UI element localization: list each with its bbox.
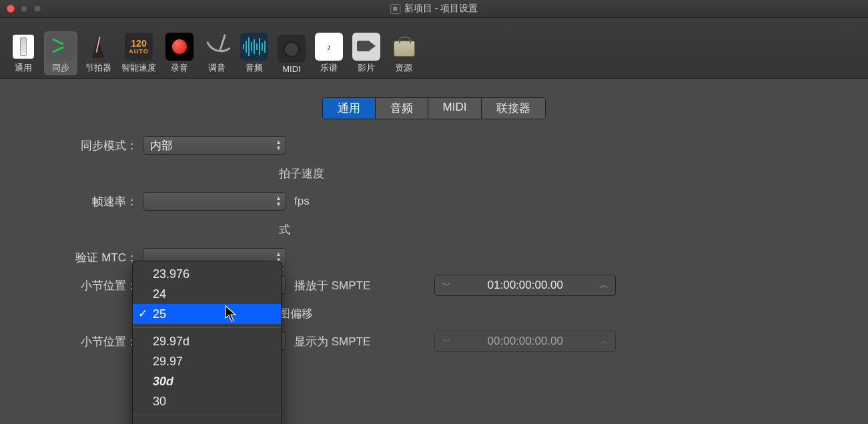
smpte-time-field[interactable]: ﹀ 01:00:00:00.00 ︿ [434,275,616,296]
chevron-down-icon[interactable]: ﹀ [435,279,458,291]
toolbar-midi[interactable]: MIDI [275,33,308,75]
sync-mode-select[interactable]: 内部 ▲▼ [143,136,286,155]
format-text: 式 [279,222,290,237]
window-title-text: 新项目 - 项目设置 [404,3,478,15]
toolbar-general[interactable]: 通用 [7,31,40,75]
label-validate-mtc: 验证 MTC： [0,250,143,265]
switch-icon [9,33,37,61]
close-window-button[interactable] [7,5,15,13]
frame-rate-menu[interactable]: 23.97624✓2529.97d29.9730d305059.94d59.94… [132,261,282,424]
tempo-auto: AUTO [129,49,148,55]
toolbar-audio[interactable]: 音频 [238,31,271,75]
toolbar-sync[interactable]: 同步 [44,31,77,75]
record-icon [165,33,193,61]
toolbar-recording[interactable]: 录音 [163,31,196,75]
sync-mode-value: 内部 [150,138,173,153]
toolbar-midi-label: MIDI [282,64,300,74]
midi-icon [278,35,306,63]
chevron-down-icon[interactable]: ﹀ [435,335,458,347]
auto-tempo-text: 拍子速度 [279,166,324,181]
metronome-icon [84,33,112,61]
fps-unit: fps [294,195,310,208]
frame-rate-option-label: 29.97d [153,335,189,348]
toolbar-sync-label: 同步 [52,62,69,74]
frame-rate-option-label: 24 [153,287,166,301]
score-icon: ♪ [315,33,343,61]
toolbar-recording-label: 录音 [171,62,188,74]
chevron-up-icon[interactable]: ︿ [592,279,615,291]
window-title: 新项目 - 项目设置 [390,3,478,15]
toolbar-audio-label: 音频 [246,62,263,74]
minimize-window-button[interactable] [20,5,28,13]
frame-rate-option[interactable]: 30 [133,391,281,411]
plays-at-smpte-label: 播放于 SMPTE [294,278,370,293]
check-icon: ✓ [138,306,147,322]
content-area: 通用 音频 MIDI 联接器 同步模式： 内部 ▲▼ 拍子速度 帧速率： ▲▼ … [0,97,868,353]
toolbar-smart-tempo-label: 智能速度 [121,62,156,74]
toolbar-movie-label: 影片 [358,62,375,74]
toolbar-metronome[interactable]: 节拍器 [81,31,115,75]
toolbar: 通用 同步 节拍器 120 AUTO 智能速度 录音 调音 音频 MIDI ♪ … [0,18,868,79]
frame-rate-option-label: 25 [153,307,166,321]
tab-midi[interactable]: MIDI [428,98,482,119]
toolbar-assets-label: 资源 [395,62,412,74]
label-sync-mode: 同步模式： [0,138,143,153]
smpte-display-value: 00:00:00:00.00 [458,335,592,348]
frame-rate-option[interactable]: ✓25 [133,304,281,324]
frame-rate-option[interactable]: 50 [133,419,281,424]
frame-rate-option-label: 30 [153,395,166,408]
frame-rate-option[interactable]: 29.97 [133,351,281,371]
toolbar-score-label: 乐谱 [320,62,338,74]
sync-form: 同步模式： 内部 ▲▼ 拍子速度 帧速率： ▲▼ fps 式 验证 MTC： ▲… [0,134,868,353]
titlebar: 新项目 - 项目设置 [0,0,868,18]
smpte-time-value: 01:00:00:00.00 [458,279,592,292]
frame-rate-option[interactable]: 29.97d [133,331,281,351]
toolbar-tuning-label: 调音 [208,62,226,74]
frame-rate-select[interactable]: ▲▼ [143,192,286,211]
label-frame-rate: 帧速率： [0,194,143,209]
waveform-icon [240,33,268,61]
toolbar-movie[interactable]: 影片 [350,31,383,75]
frame-rate-option[interactable]: 24 [133,284,281,304]
frame-rate-option-label: 29.97 [153,355,183,368]
view-offset-text: 图偏移 [279,306,313,321]
sync-tabs: 通用 音频 MIDI 联接器 [0,97,868,119]
display-as-smpte-label: 显示为 SMPTE [294,334,370,349]
smart-tempo-icon: 120 AUTO [125,33,153,61]
toolbar-general-label: 通用 [15,62,32,74]
chevron-updown-icon: ▲▼ [276,139,282,151]
tab-unitor[interactable]: 联接器 [482,98,545,119]
camera-icon [352,33,380,61]
tempo-number: 120 [131,39,146,49]
toolbar-score[interactable]: ♪ 乐谱 [312,31,346,75]
frame-rate-option-label: 30d [153,375,173,388]
frame-rate-option[interactable]: 30d [133,371,281,391]
tab-general[interactable]: 通用 [323,98,376,119]
suitcase-icon [390,33,418,61]
toolbar-metronome-label: 节拍器 [85,62,111,74]
chevron-updown-icon: ▲▼ [276,195,282,207]
chevron-up-icon[interactable]: ︿ [592,335,615,347]
sync-icon [47,33,75,61]
project-icon [390,4,400,14]
menu-separator [133,327,281,328]
toolbar-assets[interactable]: 资源 [387,31,420,75]
menu-separator [133,415,281,415]
zoom-window-button[interactable] [33,5,41,13]
toolbar-tuning[interactable]: 调音 [200,31,234,75]
tuning-fork-icon [203,33,231,61]
frame-rate-option[interactable]: 23.976 [133,264,281,284]
tab-audio[interactable]: 音频 [376,98,428,119]
label-bar-position: 小节位置： [0,278,143,293]
label-bar-position-2: 小节位置： [0,334,143,349]
frame-rate-option-label: 23.976 [153,267,189,281]
smpte-display-field[interactable]: ﹀ 00:00:00:00.00 ︿ [434,331,616,352]
toolbar-smart-tempo[interactable]: 120 AUTO 智能速度 [119,31,159,75]
window-controls [7,5,41,13]
